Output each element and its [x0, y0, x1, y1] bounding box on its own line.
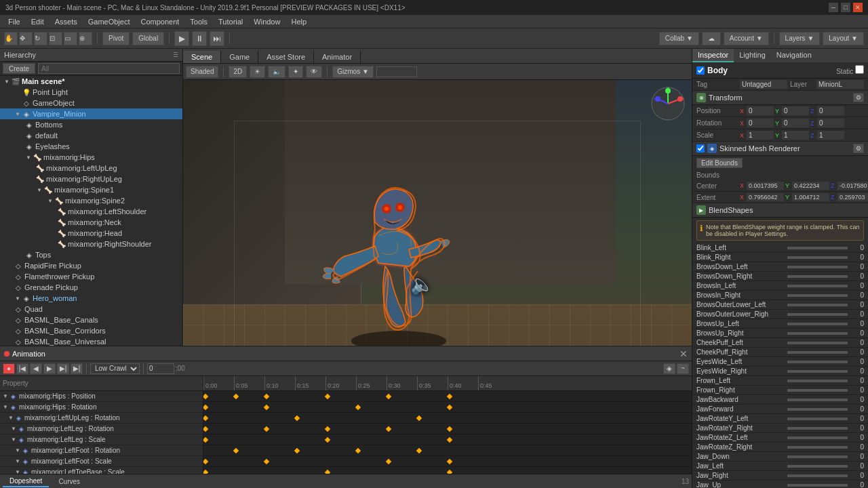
kf-5-2[interactable]: [325, 436, 330, 442]
2d-button[interactable]: 2D: [229, 66, 247, 78]
active-toggle[interactable]: [696, 66, 705, 75]
kf-6-4[interactable]: [416, 447, 422, 453]
hierarchy-item-bottoms[interactable]: ◈Bottoms: [0, 119, 182, 130]
kf-2-1[interactable]: [203, 404, 208, 409]
layers-button[interactable]: Layers ▼: [779, 32, 821, 45]
tab-lighting[interactable]: Lighting: [734, 49, 771, 62]
blend-slider-9[interactable]: [787, 332, 848, 335]
kf-6-2[interactable]: [294, 447, 300, 453]
kf-5-1[interactable]: [203, 436, 208, 442]
scene-light-button[interactable]: ☀: [250, 66, 265, 78]
hand-tool[interactable]: ✋: [4, 32, 18, 45]
extent-z-val[interactable]: 0.259703: [837, 193, 868, 201]
window-controls[interactable]: ─ □ ✕: [829, 3, 863, 12]
hierarchy-item-default[interactable]: ◈default: [0, 130, 182, 141]
blend-slider-11[interactable]: [787, 351, 848, 354]
menu-help[interactable]: Help: [285, 16, 312, 27]
blend-slider-7[interactable]: [787, 313, 848, 316]
account-button[interactable]: Account ▼: [724, 32, 769, 45]
kf-1-3[interactable]: [264, 393, 269, 399]
scene-search[interactable]: [376, 66, 417, 77]
blend-slider-18[interactable]: [787, 418, 848, 420]
pause-button[interactable]: ⏸: [192, 31, 207, 46]
pos-z-val[interactable]: 0: [817, 106, 844, 115]
layer-value[interactable]: MinionL: [816, 80, 864, 89]
layout-button[interactable]: Layout ▼: [823, 32, 864, 45]
anim-clip-select[interactable]: Low Crawl: [90, 363, 140, 374]
hierarchy-item-flamethrower[interactable]: ◇Flamethrower Pickup: [0, 271, 182, 282]
hierarchy-item-corridors[interactable]: ◇BASML_Base_Corridors: [0, 325, 182, 336]
menu-file[interactable]: File: [3, 16, 26, 27]
step-button[interactable]: ⏭: [210, 31, 224, 46]
hierarchy-search-input[interactable]: [38, 63, 180, 74]
scene-fx-button[interactable]: ✦: [288, 66, 303, 78]
blend-slider-23[interactable]: [787, 465, 848, 468]
kf-3-3[interactable]: [416, 415, 422, 420]
edit-bounds-button[interactable]: Edit Bounds: [696, 158, 743, 168]
hierarchy-item-head[interactable]: 🦴mixamorig:Head: [0, 228, 182, 239]
scene-hidden-button[interactable]: 👁: [306, 66, 322, 78]
blend-slider-4[interactable]: [787, 285, 848, 287]
anim-curve-button[interactable]: ~: [677, 363, 689, 374]
kf-4-4[interactable]: [386, 426, 391, 431]
hierarchy-item-tops[interactable]: ◈Tops: [0, 249, 182, 260]
kf-1-1[interactable]: [203, 393, 208, 399]
tab-navigation[interactable]: Navigation: [771, 49, 817, 62]
kf-7-1[interactable]: [203, 458, 208, 464]
hierarchy-item-spine1[interactable]: ▼🦴mixamorig:Spine1: [0, 184, 182, 195]
hierarchy-item-grenade[interactable]: ◇Grenade Pickup: [0, 282, 182, 293]
rotate-tool[interactable]: ↻: [34, 32, 47, 45]
kf-4-3[interactable]: [325, 426, 330, 431]
track-item-leftfoot-rot[interactable]: ▼ ◈ mixamorig:LeftFoot : Rotation: [0, 445, 203, 456]
skinned-mesh-section[interactable]: ◈ Skinned Mesh Renderer ⚙: [692, 142, 868, 156]
blend-slider-1[interactable]: [787, 256, 848, 259]
pivot-button[interactable]: Pivot: [102, 32, 130, 45]
blend-slider-8[interactable]: [787, 323, 848, 325]
kf-7-3[interactable]: [386, 458, 391, 464]
menu-tools[interactable]: Tools: [184, 16, 213, 27]
minimize-button[interactable]: ─: [829, 3, 838, 12]
static-checkbox[interactable]: [855, 65, 864, 74]
kf-2-4[interactable]: [447, 404, 452, 409]
anim-record-button[interactable]: ●: [3, 363, 15, 374]
hierarchy-item-rightupleg[interactable]: 🦴mixamorig:RightUpLeg: [0, 174, 182, 184]
kf-4-5[interactable]: [447, 426, 452, 431]
kf-3-2[interactable]: [294, 415, 300, 420]
blend-slider-21[interactable]: [787, 446, 848, 449]
rect-tool[interactable]: ▭: [64, 32, 77, 45]
kf-3-1[interactable]: [203, 415, 208, 420]
blend-slider-14[interactable]: [787, 380, 848, 382]
scale-z-val[interactable]: 1: [817, 131, 844, 140]
anim-play-button[interactable]: ▶: [43, 363, 56, 374]
kf-4-2[interactable]: [264, 426, 269, 431]
pos-x-val[interactable]: 0: [747, 106, 774, 115]
kf-1-2[interactable]: [233, 393, 239, 399]
kf-7-4[interactable]: [447, 458, 452, 464]
tab-scene[interactable]: Scene: [183, 51, 221, 63]
kf-1-4[interactable]: [325, 393, 330, 399]
anim-next-button[interactable]: ▶|: [57, 363, 69, 374]
track-item-lefttoebase-scale[interactable]: ▼ ◈ mixamorig:LeftToeBase : Scale: [0, 467, 203, 474]
tab-asset-store[interactable]: Asset Store: [258, 51, 314, 63]
transform-tool[interactable]: ⊕: [79, 32, 92, 45]
track-item-leftupleg-rot[interactable]: ▼ ◈ mixamorig:LeftUpLeg : Rotation: [0, 413, 203, 424]
blend-slider-5[interactable]: [787, 294, 848, 297]
dopesheet-tab[interactable]: Dopesheet: [3, 476, 49, 487]
pos-y-val[interactable]: 0: [782, 106, 809, 115]
kf-7-2[interactable]: [264, 458, 269, 464]
blend-slider-2[interactable]: [787, 266, 848, 268]
kf-8-2[interactable]: [325, 469, 330, 474]
hierarchy-item-leftshoulder[interactable]: 🦴mixamorig:LeftShoulder: [0, 206, 182, 217]
gizmos-button[interactable]: Gizmos ▼: [332, 66, 374, 78]
track-item-leftleg-scale[interactable]: ▼ ◈ mixamorig:LeftLeg : Scale: [0, 434, 203, 445]
menu-window[interactable]: Window: [248, 16, 285, 27]
blend-slider-12[interactable]: [787, 361, 848, 363]
blend-slider-13[interactable]: [787, 370, 848, 373]
global-button[interactable]: Global: [132, 32, 164, 45]
kf-6-1[interactable]: [233, 447, 239, 453]
blend-slider-10[interactable]: [787, 342, 848, 344]
blend-slider-17[interactable]: [787, 408, 848, 411]
blend-slider-6[interactable]: [787, 304, 848, 306]
hierarchy-item-vampire-minion[interactable]: ▼◈Vampire_Minion: [0, 108, 182, 119]
rot-x-val[interactable]: 0: [747, 119, 774, 127]
